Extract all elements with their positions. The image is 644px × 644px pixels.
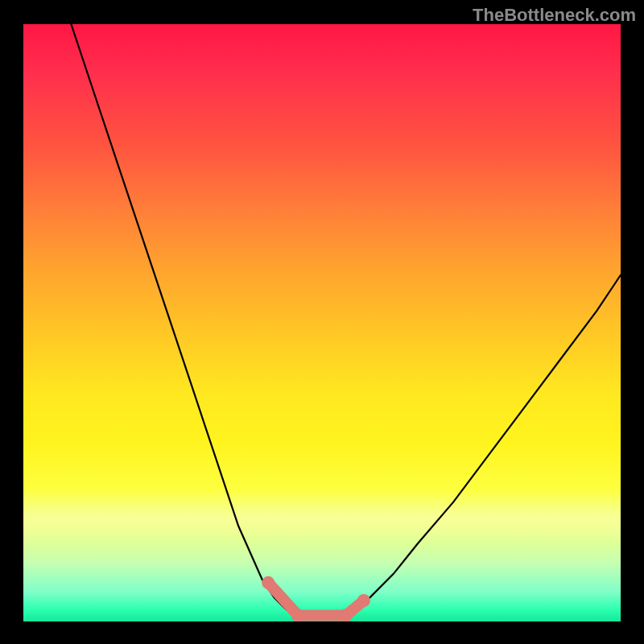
- highlight-dot: [357, 594, 370, 607]
- curve-right-branch: [346, 275, 621, 616]
- curve-highlight-segments: [262, 576, 370, 621]
- chart-plot-area: [23, 24, 621, 621]
- highlight-dot: [262, 576, 275, 589]
- chart-svg: [23, 24, 621, 621]
- watermark-text: TheBottleneck.com: [473, 5, 636, 26]
- highlight-segment-0: [268, 583, 298, 616]
- curve-left-branch: [71, 24, 298, 616]
- highlight-dot: [291, 609, 304, 621]
- bottleneck-curve: [71, 24, 621, 620]
- highlight-dot: [340, 609, 353, 621]
